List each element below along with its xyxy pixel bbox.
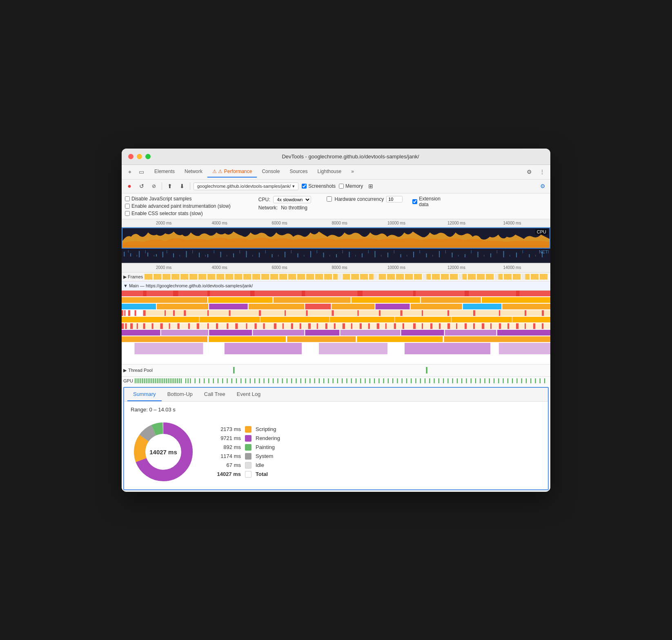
svg-rect-263 (282, 378, 283, 383)
clear-button[interactable]: ⊘ (149, 182, 158, 191)
tab-bottom-up[interactable]: Bottom-Up (162, 388, 198, 401)
svg-rect-183 (490, 323, 492, 329)
svg-rect-43 (205, 255, 206, 256)
main-row-header: ▼ Main — https://googlechrome.github.io/… (122, 282, 550, 291)
svg-rect-308 (489, 378, 490, 383)
enable-paint-label[interactable]: Enable advanced paint instrumentation (s… (125, 203, 231, 209)
extension-checkbox[interactable] (412, 199, 417, 204)
svg-rect-110 (135, 310, 136, 316)
tab-summary[interactable]: Summary (127, 388, 162, 401)
tab-lighthouse[interactable]: Lighthouse (312, 166, 346, 178)
tab-sources[interactable]: Sources (285, 166, 312, 178)
tab-network[interactable]: Network (180, 166, 207, 178)
flame-chart-area[interactable] (122, 291, 550, 364)
record-button[interactable]: ● (125, 182, 134, 191)
svg-rect-65 (484, 255, 484, 256)
minimize-button[interactable] (137, 154, 142, 159)
svg-rect-108 (124, 310, 125, 316)
toolbar: ● ↺ ⊘ ⬆ ⬇ googlechrome.github.io/devtool… (122, 180, 550, 193)
timeline-area: 2000 ms 4000 ms 6000 ms 8000 ms 10000 ms… (122, 264, 550, 385)
download-button[interactable]: ⬇ (178, 182, 187, 191)
thread-pool-expand-icon[interactable]: ▶ (123, 368, 127, 373)
memory-checkbox-label[interactable]: Memory (339, 183, 363, 189)
svg-rect-119 (285, 310, 286, 316)
memory-checkbox[interactable] (339, 184, 344, 189)
hw-concurrency-checkbox[interactable] (327, 196, 332, 202)
net-label: NET (539, 249, 548, 254)
reload-button[interactable]: ↺ (137, 182, 146, 191)
svg-rect-244 (194, 378, 195, 383)
tab-elements[interactable]: Elements (149, 166, 180, 178)
svg-rect-157 (263, 323, 265, 329)
svg-rect-165 (334, 323, 336, 329)
cpu-select[interactable]: 4x slowdown (273, 196, 311, 203)
svg-rect-2 (139, 251, 140, 257)
memory-icon[interactable]: ⊞ (366, 182, 375, 191)
screenshots-checkbox[interactable] (302, 184, 307, 189)
svg-rect-194 (305, 330, 339, 336)
svg-rect-48 (265, 250, 266, 253)
frames-expand-icon[interactable]: ▶ (123, 274, 127, 280)
extension-label[interactable]: Extensiondata (412, 196, 441, 207)
tab-more[interactable]: » (346, 166, 359, 178)
tab-performance[interactable]: ⚠ ⚠ Performance (207, 166, 257, 178)
svg-rect-3 (147, 252, 148, 256)
svg-rect-177 (439, 323, 441, 329)
svg-rect-188 (533, 323, 535, 329)
painting-label: Painting (256, 444, 275, 450)
maximize-button[interactable] (145, 154, 151, 159)
cursor-icon[interactable]: ⌖ (125, 167, 135, 177)
svg-rect-30 (478, 251, 478, 257)
disable-js-label[interactable]: Disable JavaScript samples (125, 196, 231, 202)
svg-rect-222 (147, 378, 148, 383)
enable-paint-checkbox[interactable] (125, 204, 130, 209)
url-dropdown-icon[interactable]: ▾ (292, 184, 295, 189)
svg-rect-174 (413, 323, 416, 329)
cpu-chart: CPU (122, 227, 550, 249)
svg-rect-160 (291, 323, 293, 329)
tab-event-log[interactable]: Event Log (231, 388, 267, 401)
svg-rect-310 (498, 378, 499, 383)
gear-blue-icon[interactable]: ⚙ (538, 182, 547, 191)
svg-rect-146 (160, 323, 163, 329)
disable-js-checkbox[interactable] (125, 196, 130, 201)
svg-rect-145 (152, 323, 154, 329)
upload-button[interactable]: ⬆ (165, 182, 174, 191)
svg-rect-107 (122, 310, 123, 316)
svg-rect-99 (209, 304, 248, 309)
top-ruler: 2000 ms 4000 ms 6000 ms 8000 ms 10000 ms… (122, 219, 550, 227)
more-menu-icon[interactable]: ⋮ (537, 167, 547, 177)
ruler-8000: 8000 ms (332, 221, 347, 225)
close-button[interactable] (128, 154, 134, 159)
svg-rect-190 (122, 330, 160, 336)
svg-rect-284 (378, 378, 379, 383)
tab-console[interactable]: Console (257, 166, 285, 178)
svg-rect-252 (231, 378, 232, 383)
svg-rect-37 (137, 255, 137, 256)
hw-concurrency-input[interactable] (386, 196, 403, 202)
legend-row-scripting: 2173 ms Scripting (212, 426, 280, 433)
svg-rect-85 (250, 291, 255, 296)
settings-icon[interactable]: ⚙ (524, 167, 534, 177)
device-icon[interactable]: ▭ (136, 167, 146, 177)
svg-rect-316 (526, 378, 527, 383)
svg-rect-54 (343, 250, 343, 253)
svg-rect-282 (369, 378, 370, 383)
svg-rect-12 (246, 251, 247, 257)
svg-rect-200 (208, 336, 209, 342)
screenshots-checkbox-label[interactable]: Screenshots (302, 183, 336, 189)
svg-rect-59 (407, 255, 407, 256)
bottom-tabs: Summary Bottom-Up Call Tree Event Log (124, 388, 548, 402)
svg-rect-234 (169, 378, 170, 383)
svg-rect-81 (122, 291, 550, 296)
enable-css-label[interactable]: Enable CSS selector stats (slow) (125, 211, 231, 216)
enable-css-checkbox[interactable] (125, 211, 130, 216)
svg-rect-79 (495, 274, 498, 280)
svg-rect-60 (420, 250, 420, 253)
svg-rect-191 (161, 330, 209, 336)
svg-rect-38 (145, 250, 146, 253)
svg-rect-232 (166, 378, 167, 383)
tab-call-tree[interactable]: Call Tree (198, 388, 231, 401)
rendering-ms: 9721 ms (212, 435, 241, 441)
svg-rect-50 (291, 250, 291, 253)
